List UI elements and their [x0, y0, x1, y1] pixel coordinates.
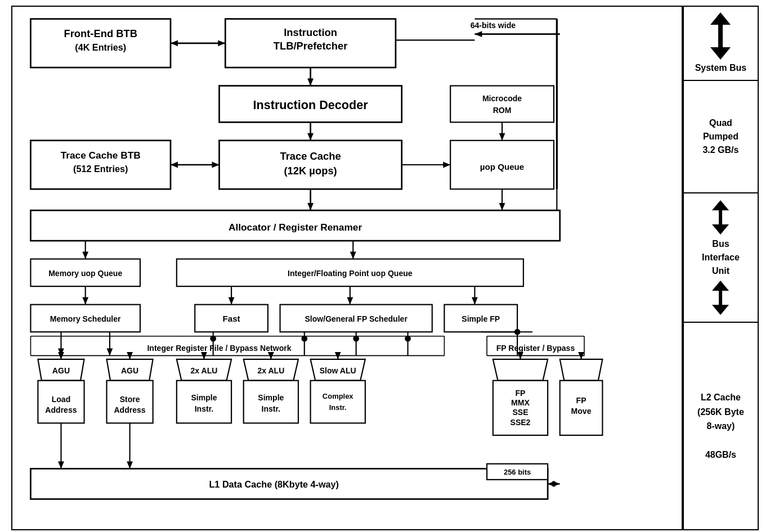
svg-text:Trace Cache BTB: Trace Cache BTB: [61, 150, 141, 161]
svg-text:SSE: SSE: [512, 408, 528, 417]
svg-point-88: [353, 336, 359, 342]
svg-text:Load: Load: [52, 395, 71, 404]
svg-text:(12K µops): (12K µops): [284, 165, 337, 177]
svg-text:Instr.: Instr.: [262, 404, 281, 413]
svg-marker-40: [307, 203, 314, 210]
svg-marker-125: [560, 359, 603, 381]
svg-text:Move: Move: [571, 407, 592, 416]
bus-interface-section: BusInterfaceUnit: [684, 193, 758, 323]
svg-text:Integer/Floating Point uop Que: Integer/Floating Point uop Queue: [288, 269, 413, 278]
svg-marker-146: [127, 461, 133, 468]
right-panel: System Bus QuadPumped3.2 GB/s BusInterfa: [683, 6, 759, 530]
svg-text:µop Queue: µop Queue: [480, 162, 524, 172]
svg-text:Complex: Complex: [323, 392, 353, 400]
diagram-wrapper: Front-End BTB (4K Entries) Instruction T…: [11, 6, 759, 530]
svg-marker-8: [474, 31, 482, 37]
svg-marker-33: [499, 203, 505, 210]
svg-text:L1 Data Cache (8Kbyte 4-way): L1 Data Cache (8Kbyte 4-way): [209, 479, 339, 489]
svg-marker-21: [307, 133, 314, 141]
svg-text:2x ALU: 2x ALU: [191, 366, 218, 375]
svg-text:Simple: Simple: [258, 393, 284, 402]
svg-text:64-bits wide: 64-bits wide: [471, 21, 516, 30]
svg-text:Instruction Decoder: Instruction Decoder: [253, 98, 369, 112]
l2-cache-label: L2 Cache(256K Byte8-way)48GB/s: [697, 390, 744, 462]
svg-text:Trace Cache: Trace Cache: [280, 150, 341, 162]
svg-text:Slow ALU: Slow ALU: [320, 366, 356, 375]
svg-text:256 bits: 256 bits: [504, 468, 531, 476]
svg-text:FP: FP: [515, 389, 525, 398]
quad-pumped-label: QuadPumped3.2 GB/s: [702, 116, 738, 157]
page-container: Front-End BTB (4K Entries) Instruction T…: [0, 0, 770, 532]
svg-marker-144: [58, 461, 64, 468]
svg-text:Store: Store: [120, 395, 140, 404]
svg-text:Simple FP: Simple FP: [462, 314, 500, 323]
l2-cache-section: L2 Cache(256K Byte8-way)48GB/s: [684, 323, 758, 529]
svg-marker-60: [472, 297, 478, 305]
svg-text:Slow/General FP Scheduler: Slow/General FP Scheduler: [305, 314, 408, 323]
svg-text:Integer Register File / Bypass: Integer Register File / Bypass Network: [147, 344, 291, 353]
svg-text:Memory uop Queue: Memory uop Queue: [48, 269, 122, 278]
system-bus-section: System Bus: [684, 7, 758, 81]
svg-rect-116: [311, 381, 365, 423]
svg-rect-17: [450, 86, 554, 123]
bus-interface-label: BusInterfaceUnit: [702, 237, 740, 278]
svg-marker-36: [212, 162, 220, 168]
svg-marker-46: [350, 252, 356, 259]
svg-text:TLB/Prefetcher: TLB/Prefetcher: [274, 40, 348, 52]
svg-marker-11: [171, 40, 178, 46]
svg-text:Allocator / Register Renamer: Allocator / Register Renamer: [229, 222, 362, 233]
svg-text:FP: FP: [576, 396, 587, 405]
svg-point-84: [210, 336, 216, 342]
svg-marker-38: [443, 162, 450, 168]
svg-text:Instruction: Instruction: [284, 26, 337, 38]
svg-text:Instr.: Instr.: [195, 404, 214, 413]
svg-marker-35: [171, 162, 178, 168]
svg-text:2x ALU: 2x ALU: [257, 366, 284, 375]
svg-text:ROM: ROM: [493, 106, 512, 115]
svg-text:Memory Scheduler: Memory Scheduler: [50, 314, 121, 323]
svg-point-90: [405, 336, 411, 342]
svg-text:FP Register / Bypass: FP Register / Bypass: [496, 344, 575, 353]
svg-text:MMX: MMX: [511, 398, 530, 407]
svg-text:Microcode: Microcode: [482, 94, 522, 103]
svg-text:(4K Entries): (4K Entries): [75, 42, 126, 52]
svg-marker-56: [229, 297, 235, 305]
system-bus-label: System Bus: [695, 62, 747, 74]
svg-text:Address: Address: [45, 405, 77, 414]
svg-text:AGU: AGU: [121, 366, 138, 375]
svg-text:AGU: AGU: [52, 366, 70, 375]
svg-marker-58: [347, 297, 353, 305]
quad-pumped-section: QuadPumped3.2 GB/s: [684, 81, 758, 194]
svg-text:Simple: Simple: [191, 393, 217, 402]
svg-marker-12: [218, 40, 225, 46]
svg-text:(512 Entries): (512 Entries): [73, 164, 128, 174]
svg-marker-153: [553, 481, 560, 487]
main-diagram: Front-End BTB (4K Entries) Instruction T…: [11, 6, 683, 530]
svg-text:Fast: Fast: [223, 314, 240, 323]
svg-text:SSE2: SSE2: [511, 418, 531, 427]
svg-marker-52: [82, 297, 88, 305]
svg-marker-44: [82, 252, 88, 259]
svg-marker-14: [307, 79, 314, 86]
svg-point-86: [301, 336, 307, 342]
svg-text:Address: Address: [114, 405, 145, 414]
svg-marker-119: [493, 359, 548, 381]
svg-text:Front-End BTB: Front-End BTB: [64, 28, 137, 39]
svg-text:Instr.: Instr.: [329, 403, 347, 412]
svg-marker-31: [499, 133, 505, 141]
